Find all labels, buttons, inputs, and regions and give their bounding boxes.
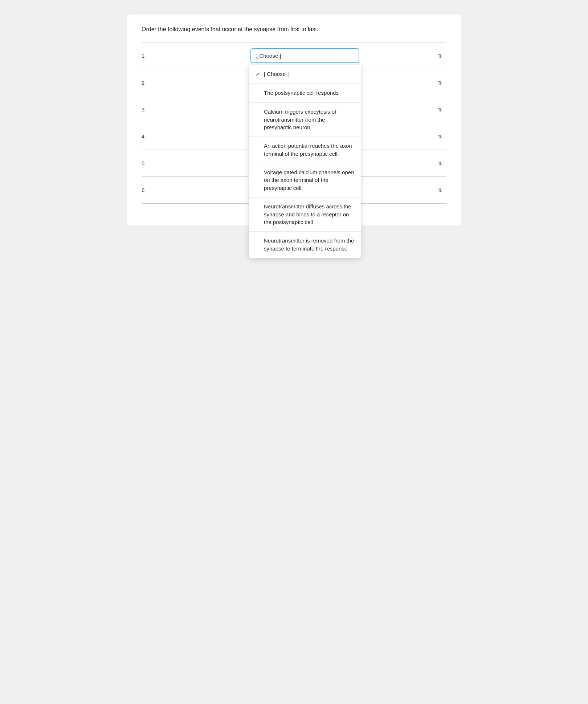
dropdown-item-nt-diffuses[interactable]: ✓ Neurotransmitter diffuses across the s… bbox=[249, 198, 361, 232]
instruction-text: Order the following events that occur at… bbox=[142, 25, 446, 33]
row-number-4: 4 bbox=[142, 133, 163, 139]
select-arrow-icon-3: ⇅ bbox=[438, 107, 442, 113]
select-arrow-icon-2: ⇅ bbox=[438, 80, 442, 86]
dropdown-item-action-potential[interactable]: ✓ An action potential reaches the axon t… bbox=[249, 137, 361, 163]
dropdown-item-choose-label: [ Choose ] bbox=[264, 70, 354, 78]
dropdown-item-nt-removed-label: Neurotransmitter is removed from the syn… bbox=[264, 237, 354, 253]
page-container: Order the following events that occur at… bbox=[127, 15, 461, 225]
dropdown-item-voltage-gated[interactable]: ✓ Voltage gated calcium channels open on… bbox=[249, 163, 361, 198]
dropdown-item-postsynaptic-label: The postsynaptic cell responds bbox=[264, 89, 354, 97]
row-number-3: 3 bbox=[142, 106, 163, 113]
order-select-1[interactable]: [ Choose ] The postsynaptic cell respond… bbox=[250, 48, 359, 63]
dropdown-item-choose[interactable]: ✓ [ Choose ] bbox=[249, 65, 361, 84]
dropdown-item-action-potential-label: An action potential reaches the axon ter… bbox=[264, 142, 354, 158]
row-select-wrapper-1: [ Choose ] The postsynaptic cell respond… bbox=[163, 48, 446, 63]
select-arrow-icon-6: ⇅ bbox=[438, 187, 442, 193]
row-number-6: 6 bbox=[142, 187, 163, 193]
checkmark-icon: ✓ bbox=[256, 70, 260, 78]
rows-container: 1 [ Choose ] The postsynaptic cell respo… bbox=[142, 42, 446, 204]
order-row-1: 1 [ Choose ] The postsynaptic cell respo… bbox=[142, 42, 446, 69]
dropdown-item-calcium-label: Calcium triggers exocytosis of neurotran… bbox=[264, 108, 354, 131]
select-arrow-icon-4: ⇅ bbox=[438, 134, 442, 139]
dropdown-item-nt-diffuses-label: Neurotransmitter diffuses across the syn… bbox=[264, 203, 354, 226]
dropdown-item-nt-removed[interactable]: ✓ Neurotransmitter is removed from the s… bbox=[249, 232, 361, 258]
row-number-2: 2 bbox=[142, 80, 163, 86]
select-arrow-icon-5: ⇅ bbox=[438, 160, 442, 166]
select-arrow-icon: ⇅ bbox=[438, 53, 442, 59]
dropdown-item-voltage-gated-label: Voltage gated calcium channels open on t… bbox=[264, 168, 354, 192]
row-number-1: 1 bbox=[142, 53, 163, 59]
dropdown-item-postsynaptic[interactable]: ✓ The postsynaptic cell responds bbox=[249, 84, 361, 103]
dropdown-overlay: ✓ [ Choose ] ✓ The postsynaptic cell res… bbox=[249, 65, 361, 258]
row-number-5: 5 bbox=[142, 160, 163, 166]
dropdown-item-calcium[interactable]: ✓ Calcium triggers exocytosis of neurotr… bbox=[249, 103, 361, 137]
